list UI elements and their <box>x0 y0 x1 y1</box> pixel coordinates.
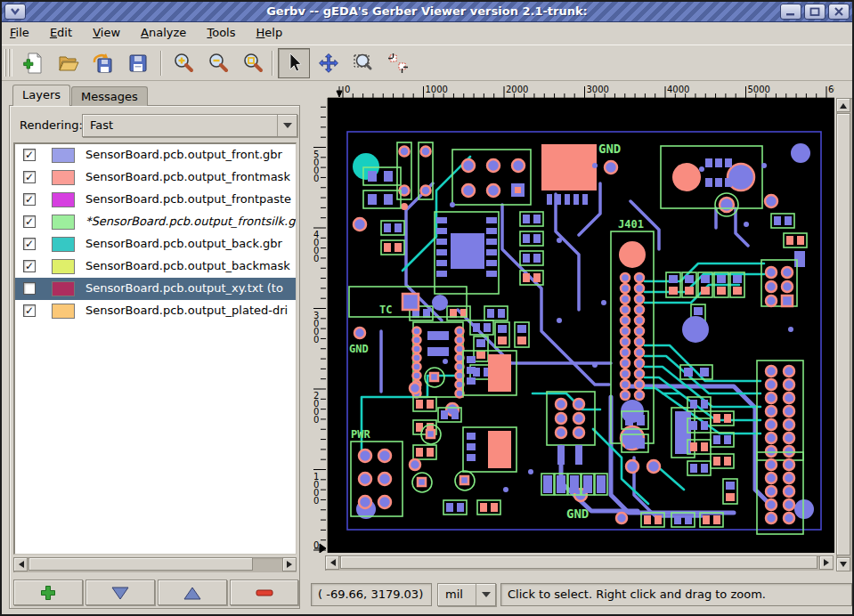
layer-row[interactable]: ✓SensorBoard.pcb.output_backmask <box>15 255 297 278</box>
layer-row[interactable]: ✓SensorBoard.pcb.output_front.gbr <box>15 144 297 166</box>
layer-row[interactable]: SensorBoard.pcb.output_xy.txt (to <box>15 278 297 300</box>
revert-button[interactable] <box>87 48 119 78</box>
canvas-h-scrollbar[interactable] <box>325 555 834 571</box>
toolbar <box>2 45 852 81</box>
add-layer-button[interactable] <box>13 580 83 605</box>
layer-visibility-checkbox[interactable] <box>23 282 36 295</box>
layer-visibility-checkbox[interactable]: ✓ <box>23 238 36 250</box>
combo-arrow <box>476 584 495 605</box>
maximize-button[interactable] <box>804 4 826 20</box>
layer-color-swatch[interactable] <box>52 215 75 230</box>
layer-color-swatch[interactable] <box>52 192 75 207</box>
layer-list[interactable]: ✓SensorBoard.pcb.output_front.gbr✓Sensor… <box>13 142 297 555</box>
layer-color-swatch[interactable] <box>52 237 75 252</box>
layer-visibility-checkbox[interactable]: ✓ <box>23 193 36 206</box>
close-icon <box>834 7 844 16</box>
layer-color-swatch[interactable] <box>52 281 75 296</box>
zoom-selection-tool-button[interactable] <box>347 48 379 78</box>
scrollbar-thumb[interactable] <box>836 113 850 555</box>
scroll-down-button[interactable] <box>836 557 850 571</box>
silk-label-tc: TC <box>379 304 392 316</box>
pcb-canvas[interactable]: .g{fill:none;stroke:#82e882;stroke-width… <box>328 98 834 553</box>
menu-tools[interactable]: Tools <box>199 23 243 42</box>
menubar: File Edit View Analyze Tools Help <box>2 23 852 44</box>
sidebar-h-scrollbar[interactable] <box>13 557 297 572</box>
rendering-select[interactable]: Fast <box>82 114 297 137</box>
layer-visibility-checkbox[interactable]: ✓ <box>23 215 36 228</box>
pointer-tool-button[interactable] <box>278 48 310 78</box>
toolbar-grip[interactable] <box>4 49 12 77</box>
minus-icon <box>256 588 273 597</box>
menu-analyze[interactable]: Analyze <box>133 23 194 42</box>
plus-icon <box>40 585 56 601</box>
layer-row[interactable]: ✓SensorBoard.pcb.output_frontpaste <box>15 189 297 211</box>
zoom-out-button[interactable] <box>202 48 234 78</box>
menu-view[interactable]: View <box>85 23 128 42</box>
scrollbar-thumb[interactable] <box>28 557 253 571</box>
layer-visibility-checkbox[interactable]: ✓ <box>23 260 36 272</box>
layer-color-swatch[interactable] <box>52 304 75 319</box>
layer-visibility-checkbox[interactable]: ✓ <box>23 304 36 317</box>
svg-text:2000: 2000 <box>506 85 528 94</box>
layer-visibility-checkbox[interactable]: ✓ <box>23 149 36 161</box>
silk-label-pwr: PWR <box>351 428 370 441</box>
canvas-v-scrollbar[interactable] <box>836 98 852 571</box>
layer-color-swatch[interactable] <box>52 259 75 274</box>
svg-text:3000: 3000 <box>587 85 609 94</box>
pan-move-icon <box>317 52 340 75</box>
zoom-fit-icon <box>241 52 264 75</box>
menu-edit[interactable]: Edit <box>42 23 80 42</box>
titlebar[interactable]: Gerbv -- gEDA's Gerber Viewer version 2.… <box>2 2 852 22</box>
horizontal-ruler: 0100020003000400050006000 <box>328 84 834 98</box>
scroll-right-button[interactable] <box>819 555 834 570</box>
svg-text:1000: 1000 <box>426 85 448 94</box>
save-floppy-icon <box>126 52 150 75</box>
status-hint-text: Click to select. Right click and drag to… <box>508 588 766 601</box>
scroll-left-button[interactable] <box>13 557 28 571</box>
pan-tool-button[interactable] <box>313 48 345 78</box>
layer-color-swatch[interactable] <box>52 148 75 163</box>
coordinate-display: ( -69.66, 3179.03) <box>311 583 432 606</box>
combo-arrow <box>277 115 297 136</box>
layer-row[interactable]: ✓SensorBoard.pcb.output_plated-dri <box>15 300 297 322</box>
app-window: Gerbv -- gEDA's Gerber Viewer version 2.… <box>0 0 854 616</box>
save-button[interactable] <box>122 48 154 78</box>
scrollbar-thumb[interactable] <box>340 555 817 569</box>
zoom-fit-button[interactable] <box>237 48 269 78</box>
remove-layer-button[interactable] <box>230 580 298 605</box>
open-button[interactable] <box>53 48 85 78</box>
down-triangle-icon <box>110 585 130 601</box>
zoom-in-button[interactable] <box>167 48 199 78</box>
svg-text:0: 0 <box>345 85 350 94</box>
units-select[interactable]: mil <box>437 583 496 606</box>
units-value: mil <box>445 588 463 601</box>
status-hint: Click to select. Right click and drag to… <box>500 583 852 606</box>
layer-color-swatch[interactable] <box>52 170 75 185</box>
revert-save-icon <box>92 52 115 75</box>
rendering-label: Rendering: <box>20 118 83 132</box>
layer-visibility-checkbox[interactable]: ✓ <box>23 171 36 183</box>
measure-tool-button[interactable] <box>382 48 414 78</box>
scroll-right-button[interactable] <box>282 557 297 571</box>
move-layer-up-button[interactable] <box>158 580 227 605</box>
tab-layers[interactable]: Layers <box>12 85 70 106</box>
move-layer-down-button[interactable] <box>85 580 155 605</box>
menu-file[interactable]: File <box>2 23 37 42</box>
new-button[interactable] <box>18 48 50 78</box>
layer-row[interactable]: ✓SensorBoard.pcb.output_back.gbr <box>15 233 297 255</box>
svg-text:0: 0 <box>313 335 319 344</box>
window-title: Gerbv -- gEDA's Gerber Viewer version 2.… <box>2 4 852 18</box>
close-button[interactable] <box>828 4 850 20</box>
coordinate-value: ( -69.66, 3179.03) <box>318 588 423 601</box>
tab-messages[interactable]: Messages <box>71 86 148 106</box>
menu-help[interactable]: Help <box>248 23 291 42</box>
layer-row[interactable]: ✓*SensorBoard.pcb.output_frontsilk.g <box>15 211 297 233</box>
silk-label-gnd-top: GND <box>598 142 621 156</box>
scroll-up-button[interactable] <box>836 98 850 112</box>
layer-label: *SensorBoard.pcb.output_frontsilk.g <box>85 215 295 228</box>
svg-text:0: 0 <box>313 415 319 425</box>
minimize-button[interactable] <box>780 4 801 20</box>
scroll-left-button[interactable] <box>325 555 339 570</box>
zoom-out-icon <box>207 52 230 75</box>
layer-row[interactable]: ✓SensorBoard.pcb.output_frontmask <box>15 166 297 189</box>
